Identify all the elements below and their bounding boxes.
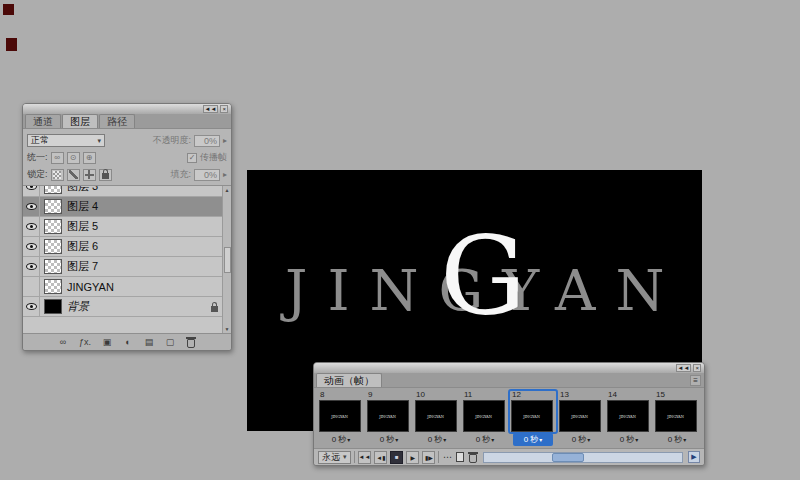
tab-animation-frames[interactable]: 动画（帧） — [316, 373, 382, 387]
layer-name[interactable]: 图层 6 — [67, 239, 98, 254]
frame-thumbnail[interactable]: JINGYAN — [559, 400, 601, 432]
lock-paint-button[interactable] — [67, 169, 80, 181]
frame-cell[interactable]: 9 JINGYAN — [365, 390, 413, 433]
frame-thumbnail[interactable]: JINGYAN — [511, 400, 553, 432]
frame-cell[interactable]: 13 JINGYAN — [557, 390, 605, 433]
tab-paths[interactable]: 路径 — [99, 114, 135, 128]
opacity-spinner-icon[interactable]: ▸ — [223, 136, 227, 145]
tween-button[interactable]: ⋯ — [442, 452, 452, 462]
loop-count-select[interactable]: 永远 ▾ — [318, 451, 351, 464]
blend-mode-select[interactable]: 正常 ▾ — [27, 134, 105, 147]
layer-thumbnail[interactable] — [44, 259, 62, 274]
layer-mask-icon[interactable]: ▣ — [102, 337, 112, 347]
scroll-up-icon[interactable]: ▲ — [225, 187, 230, 193]
lock-position-button[interactable] — [83, 169, 96, 181]
frame-thumbnail[interactable]: JINGYAN — [367, 400, 409, 432]
frame-thumbnail[interactable]: JINGYAN — [319, 400, 361, 432]
play-button[interactable]: ▶ — [406, 451, 419, 464]
unify-style-button[interactable]: ⊕ — [83, 152, 96, 164]
visibility-toggle[interactable] — [23, 217, 40, 236]
frame-thumbnail[interactable]: JINGYAN — [415, 400, 457, 432]
propagate-frame-checkbox[interactable]: ✓ — [187, 153, 197, 163]
layers-scrollbar[interactable]: ▲ ▼ — [222, 186, 231, 333]
lock-transparency-button[interactable] — [51, 169, 64, 181]
visibility-toggle[interactable] — [23, 186, 40, 196]
opacity-value[interactable]: 0% — [194, 135, 220, 147]
collapse-panel-button[interactable]: ◄◄ — [203, 105, 219, 113]
layer-row[interactable]: 图层 7 — [23, 257, 222, 277]
layer-name[interactable]: JINGYAN — [67, 281, 114, 293]
layer-name[interactable]: 图层 4 — [67, 199, 98, 214]
layer-name[interactable]: 图层 5 — [67, 219, 98, 234]
frame-cell[interactable]: 10 JINGYAN — [413, 390, 461, 433]
fill-value[interactable]: 0% — [194, 169, 220, 181]
next-frame-button[interactable]: ▮▶ — [422, 451, 435, 464]
tab-channels[interactable]: 通道 — [25, 114, 61, 128]
visibility-toggle[interactable] — [23, 257, 40, 276]
fill-spinner-icon[interactable]: ▸ — [223, 170, 227, 179]
layer-thumbnail[interactable] — [44, 299, 62, 314]
frame-thumbnail[interactable]: JINGYAN — [655, 400, 697, 432]
scrollbar-thumb[interactable] — [552, 453, 584, 462]
frame-cell-selected[interactable]: 12 JINGYAN — [509, 390, 557, 433]
duplicate-frame-button[interactable] — [455, 452, 465, 462]
animation-panel-titlebar[interactable]: ◄◄ × — [314, 363, 704, 373]
frame-delay[interactable]: 0 秒▾ — [653, 433, 701, 446]
adjustment-layer-icon[interactable]: ◐ — [123, 337, 133, 347]
frame-cell[interactable]: 11 JINGYAN — [461, 390, 509, 433]
frame-delay[interactable]: 0 秒▾ — [317, 433, 365, 446]
tab-layers[interactable]: 图层 — [62, 114, 98, 128]
unify-visibility-button[interactable]: ⊙ — [67, 152, 80, 164]
layer-row[interactable]: 图层 6 — [23, 237, 222, 257]
frame-thumbnail[interactable]: JINGYAN — [463, 400, 505, 432]
collapse-panel-button[interactable]: ◄◄ — [676, 364, 692, 372]
layer-thumbnail[interactable] — [44, 186, 62, 194]
close-panel-button[interactable]: × — [693, 364, 701, 372]
previous-frame-button[interactable]: ◄▮ — [374, 451, 387, 464]
layer-name[interactable]: 图层 3 — [67, 186, 98, 194]
layer-row[interactable]: 背景 — [23, 297, 222, 317]
frame-delay[interactable]: 0 秒▾ — [413, 433, 461, 446]
unify-position-button[interactable]: ∞ — [51, 152, 64, 164]
layer-row[interactable]: JINGYAN — [23, 277, 222, 297]
frame-cell[interactable]: 8 JINGYAN — [317, 390, 365, 433]
visibility-toggle[interactable] — [23, 197, 40, 216]
delete-layer-icon[interactable] — [186, 337, 196, 348]
new-group-icon[interactable]: ▤ — [144, 337, 154, 347]
visibility-toggle[interactable] — [23, 297, 40, 316]
visibility-toggle[interactable] — [23, 237, 40, 256]
lock-all-button[interactable] — [99, 169, 112, 181]
frame-thumbnail[interactable]: JINGYAN — [607, 400, 649, 432]
link-layers-icon[interactable]: ∞ — [58, 337, 68, 347]
frame-cell[interactable]: 14 JINGYAN — [605, 390, 653, 433]
layer-thumbnail[interactable] — [44, 239, 62, 254]
panel-menu-icon[interactable]: ≡ — [690, 375, 701, 386]
frame-delay-selected[interactable]: 0 秒▾ — [513, 433, 553, 446]
visibility-toggle[interactable] — [23, 277, 40, 296]
layer-name[interactable]: 图层 7 — [67, 259, 98, 274]
frame-delay[interactable]: 0 秒▾ — [605, 433, 653, 446]
delete-frame-button[interactable] — [468, 452, 478, 463]
frame-delay[interactable]: 0 秒▾ — [365, 433, 413, 446]
scroll-down-icon[interactable]: ▼ — [225, 326, 230, 332]
new-layer-icon[interactable]: ▢ — [165, 337, 175, 347]
layer-style-icon[interactable]: ƒx. — [79, 337, 91, 347]
scrollbar-thumb[interactable] — [224, 247, 231, 273]
layers-panel-titlebar[interactable]: ◄◄ × — [23, 104, 231, 114]
stop-button[interactable]: ■ — [390, 451, 403, 464]
frame-delay[interactable]: 0 秒▾ — [557, 433, 605, 446]
layer-row[interactable]: 图层 3 — [23, 186, 222, 197]
layer-name[interactable]: 背景 — [67, 299, 89, 314]
frame-cell[interactable]: 15 JINGYAN — [653, 390, 701, 433]
frame-number: 12 — [511, 390, 555, 400]
layer-row[interactable]: 图层 4 — [23, 197, 222, 217]
first-frame-button[interactable]: ◄◄ — [358, 451, 372, 464]
layer-row[interactable]: 图层 5 — [23, 217, 222, 237]
frame-delay[interactable]: 0 秒▾ — [461, 433, 509, 446]
scroll-right-button[interactable]: ▶ — [688, 451, 700, 463]
layer-thumbnail[interactable] — [44, 219, 62, 234]
layer-thumbnail[interactable] — [44, 199, 62, 214]
layer-thumbnail[interactable] — [44, 279, 62, 294]
timeline-scrollbar[interactable] — [483, 452, 683, 463]
close-panel-button[interactable]: × — [220, 105, 228, 113]
